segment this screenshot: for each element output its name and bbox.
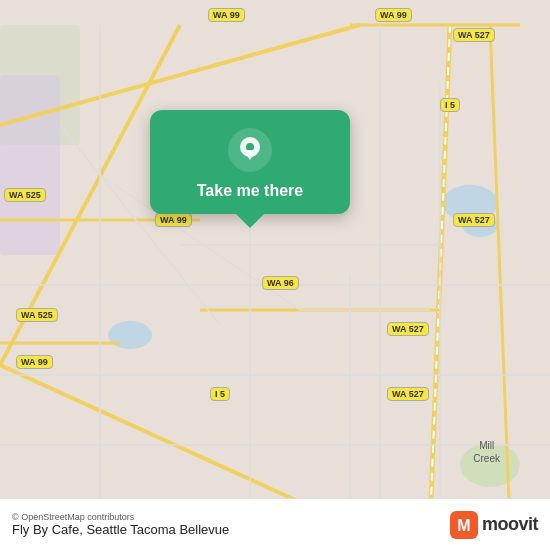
road-badge-wa99-top-right: WA 99 [375,8,412,22]
location-label: Fly By Cafe, Seattle Tacoma Bellevue [12,522,229,537]
road-badge-wa527-top: WA 527 [453,28,495,42]
popup-label: Take me there [197,182,303,200]
moovit-logo: M moovit [450,511,538,539]
road-badge-wa96: WA 96 [262,276,299,290]
moovit-m-icon: M [450,511,478,539]
location-pin-icon [228,128,272,172]
svg-text:M: M [457,517,470,534]
bottom-bar: © OpenStreetMap contributors Fly By Cafe… [0,498,550,550]
road-badge-wa527-mid-right: WA 527 [453,213,495,227]
road-badge-wa99-top-left: WA 99 [208,8,245,22]
popup-card[interactable]: Take me there [150,110,350,214]
osm-attribution: © OpenStreetMap contributors [12,512,229,522]
road-badge-i5-lower: I 5 [210,387,230,401]
map-container: WA 99 WA 99 WA 527 I 5 WA 525 WA 99 WA 5… [0,0,550,550]
svg-rect-6 [0,75,60,255]
road-badge-wa525-lower: WA 525 [16,308,58,322]
road-badge-wa527-lower1: WA 527 [387,322,429,336]
road-badge-wa99-mid: WA 99 [155,213,192,227]
svg-point-3 [108,321,152,349]
bottom-left: © OpenStreetMap contributors Fly By Cafe… [12,512,229,537]
road-badge-wa99-lower: WA 99 [16,355,53,369]
road-badge-wa525-left: WA 525 [4,188,46,202]
svg-rect-0 [0,25,550,525]
moovit-text: moovit [482,514,538,535]
road-badge-wa527-lower2: WA 527 [387,387,429,401]
road-badge-i5-right: I 5 [440,98,460,112]
svg-point-31 [246,143,254,151]
mill-creek-label: MillCreek [473,439,500,465]
map-svg [0,0,550,550]
